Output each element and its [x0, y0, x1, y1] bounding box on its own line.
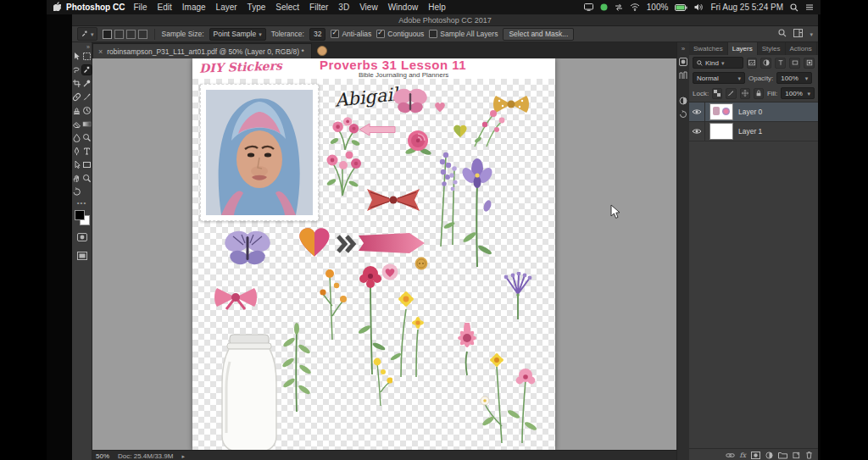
sample-all-layers-checkbox[interactable] [429, 30, 437, 38]
magic-wand-tool[interactable] [82, 65, 92, 75]
filter-shape-icon[interactable] [789, 58, 800, 69]
menubar-clock[interactable]: Fri Aug 25 5:24 PM [710, 3, 783, 12]
tolerance-input[interactable]: 32 [309, 28, 326, 41]
clone-stamp-tool[interactable] [72, 106, 81, 115]
selection-mode-new[interactable] [103, 30, 112, 39]
edit-toolbar-icon[interactable]: ••• [77, 199, 86, 207]
filter-image-icon[interactable] [747, 58, 758, 69]
layer-row-0[interactable]: Layer 0 [689, 103, 818, 122]
zoom-level-field[interactable]: 50% [96, 452, 109, 460]
delete-layer-icon[interactable] [805, 451, 813, 459]
workspace-switcher-icon[interactable] [793, 29, 803, 39]
shape-tool[interactable] [82, 160, 92, 169]
new-adjustment-layer-icon[interactable] [765, 452, 773, 459]
brush-tool[interactable] [82, 92, 92, 102]
move-tool[interactable] [72, 52, 81, 61]
anti-alias-option[interactable]: Anti-alias [331, 30, 371, 38]
filter-kind-select[interactable]: Kind ▾ [693, 57, 743, 69]
green-app-status-icon[interactable] [600, 3, 608, 11]
toolbar-collapse-icon[interactable]: » [86, 44, 90, 50]
doc-size-indicator[interactable]: Doc: 25.4M/33.9M [118, 452, 173, 460]
document-window[interactable]: DIY Stickers Proverbs 31 Lesson 11 Bible… [192, 58, 555, 450]
wifi-icon[interactable] [630, 3, 640, 11]
add-mask-icon[interactable] [751, 452, 760, 459]
dropdown-caret-icon[interactable]: ▾ [810, 31, 813, 37]
menu-select[interactable]: Select [275, 3, 299, 12]
menu-type[interactable]: Type [248, 3, 266, 12]
panel-menu-icon[interactable]: ≡ [817, 42, 818, 55]
filter-adjustment-icon[interactable] [760, 58, 771, 69]
selection-mode-subtract[interactable] [126, 30, 136, 39]
sample-size-select[interactable]: Point Sample ▾ [209, 28, 266, 41]
notification-center-icon[interactable] [805, 3, 814, 11]
contiguous-checkbox[interactable] [376, 30, 385, 38]
blur-tool[interactable] [72, 133, 81, 142]
menu-3d[interactable]: 3D [338, 3, 349, 12]
selection-mode-intersect[interactable] [138, 30, 147, 39]
new-group-icon[interactable] [778, 452, 787, 459]
tab-styles[interactable]: Styles [758, 42, 786, 55]
menu-layer[interactable]: Layer [216, 3, 237, 12]
sync-arrows-icon[interactable] [615, 3, 623, 11]
hand-tool[interactable] [72, 174, 81, 183]
zoom-tool[interactable] [82, 174, 92, 183]
libraries-panel-icon[interactable] [679, 71, 687, 80]
dodge-tool[interactable] [82, 133, 92, 142]
color-panel-icon[interactable] [679, 58, 687, 66]
opacity-value[interactable]: 100% ▾ [776, 72, 812, 84]
filter-smartobject-icon[interactable] [804, 58, 815, 69]
marquee-tool[interactable] [82, 52, 92, 61]
color-swatches[interactable] [75, 210, 90, 225]
lock-position-icon[interactable] [740, 88, 750, 99]
layer-1-thumbnail[interactable] [709, 123, 733, 140]
link-layers-icon[interactable] [726, 452, 735, 459]
crop-tool[interactable] [72, 79, 81, 88]
spotlight-search-icon[interactable] [790, 3, 798, 12]
menu-help[interactable]: Help [428, 3, 446, 12]
adjustments-panel-icon[interactable] [679, 97, 687, 105]
menu-view[interactable]: View [359, 3, 378, 12]
layer-1-visibility-toggle[interactable] [689, 122, 705, 141]
layer-style-button[interactable]: fx [740, 452, 746, 459]
selection-mode-add[interactable] [114, 30, 124, 39]
display-status-icon[interactable] [584, 3, 593, 11]
pen-tool[interactable] [72, 147, 81, 156]
search-icon[interactable] [778, 29, 787, 39]
healing-brush-tool[interactable] [72, 92, 81, 102]
tool-preset-picker[interactable]: ▾ [77, 27, 97, 41]
fill-value[interactable]: 100% ▾ [781, 87, 815, 99]
lasso-tool[interactable] [72, 65, 81, 75]
filter-type-icon[interactable] [775, 58, 786, 69]
tab-actions[interactable]: Actions [786, 42, 817, 55]
tab-swatches[interactable]: Swatches [689, 42, 728, 55]
layer-0-visibility-toggle[interactable] [689, 103, 705, 121]
status-popup-icon[interactable]: ▸ [181, 453, 185, 459]
layer-0-thumbnail[interactable] [709, 103, 733, 120]
volume-icon[interactable] [694, 3, 704, 11]
battery-icon[interactable] [675, 4, 687, 11]
lock-all-icon[interactable] [754, 88, 764, 99]
menu-edit[interactable]: Edit [158, 3, 172, 12]
contiguous-option[interactable]: Contiguous [376, 30, 424, 38]
select-and-mask-button[interactable]: Select and Mask... [503, 28, 574, 41]
type-tool[interactable] [82, 147, 92, 156]
eraser-tool[interactable] [72, 119, 81, 129]
eyedropper-tool[interactable] [82, 79, 92, 88]
new-layer-icon[interactable] [793, 452, 800, 459]
canvas-area[interactable]: DIY Stickers Proverbs 31 Lesson 11 Bible… [92, 58, 676, 450]
path-selection-tool[interactable] [72, 160, 81, 169]
menu-file[interactable]: File [133, 3, 147, 12]
quick-mask-icon[interactable] [77, 230, 87, 245]
menu-image[interactable]: Image [182, 3, 206, 12]
layer-row-1[interactable]: Layer 1 [689, 122, 818, 141]
foreground-color-swatch[interactable] [75, 210, 85, 220]
gradient-tool[interactable] [82, 119, 92, 129]
menubar-app-name[interactable]: Photoshop CC [66, 3, 125, 12]
menu-filter[interactable]: Filter [309, 3, 328, 12]
lock-pixels-icon[interactable] [726, 88, 736, 99]
apple-menu-icon[interactable] [53, 2, 61, 13]
document-tab[interactable]: × robinsampson_P31_L11_art01.pdf @ 50% (… [92, 43, 312, 58]
blend-mode-select[interactable]: Normal ▾ [693, 72, 745, 84]
sample-all-layers-option[interactable]: Sample All Layers [429, 30, 498, 38]
tab-layers[interactable]: Layers [728, 42, 758, 55]
